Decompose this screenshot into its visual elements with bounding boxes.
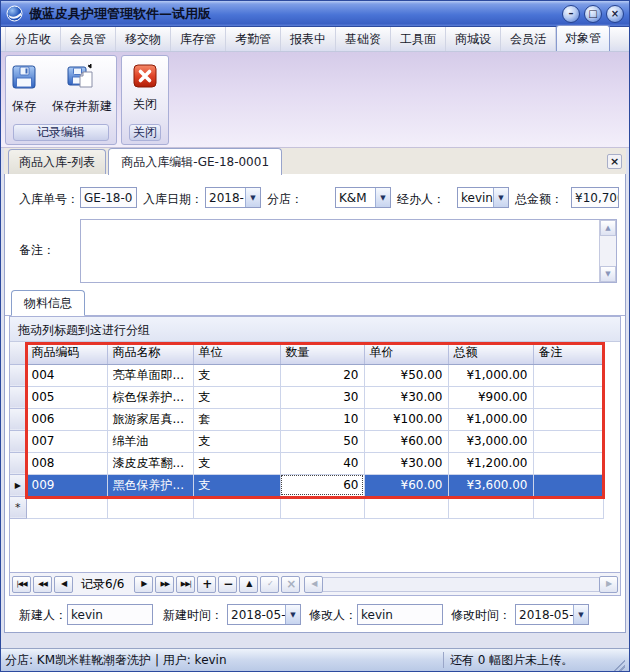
app-window: 傲蓝皮具护理管理软件—试用版 – □ × 分店收 会员管 移交物 库存管 考勤管…: [0, 0, 630, 672]
resize-grip[interactable]: [612, 658, 625, 671]
creator-field[interactable]: kevin: [67, 604, 153, 625]
nav-first-button[interactable]: |◀◀: [12, 576, 31, 593]
ribbon-group-caption: 关闭: [129, 124, 161, 141]
minimize-button[interactable]: –: [562, 5, 580, 23]
items-grid-panel: 拖动列标题到这进行分组 商品编码 商品名称 单位 数量: [9, 316, 621, 573]
save-and-new-button-label: 保存并新建: [52, 98, 112, 115]
chevron-down-icon[interactable]: ▼: [285, 605, 300, 624]
nav-cancel-button[interactable]: ×: [281, 576, 300, 593]
table-row-selected[interactable]: ▶ 009 黑色保养护... 支 60 ¥60.00 ¥3,600.00: [10, 474, 603, 496]
document-tab-strip: 商品入库-列表 商品入库编辑-GE-18-0001 ×: [4, 148, 626, 174]
scroll-up-icon[interactable]: ▲: [600, 220, 616, 236]
tab-inbound-list[interactable]: 商品入库-列表: [8, 149, 106, 174]
scroll-left-icon[interactable]: ◀: [304, 576, 323, 593]
column-header[interactable]: 商品编码: [26, 342, 107, 364]
edit-page: 入库单号： GE-18-0 入库日期： 2018- ▼ 分店： K&M ▼ 经办…: [4, 173, 626, 633]
nav-prev-page-button[interactable]: ◀◀: [33, 576, 52, 593]
modified-time-dropdown[interactable]: 2018-05-2 ▼: [515, 604, 589, 625]
column-header[interactable]: 商品名称: [107, 342, 193, 364]
table-row[interactable]: 006 旅游家居真... 套 10 ¥100.00 ¥1,000.00: [10, 408, 603, 430]
app-logo-icon: [6, 5, 23, 22]
focused-cell[interactable]: 60: [280, 474, 364, 496]
modifier-field[interactable]: kevin: [357, 604, 443, 625]
column-header[interactable]: 数量: [280, 342, 364, 364]
created-time-dropdown[interactable]: 2018-05-2 ▼: [227, 604, 301, 625]
column-header[interactable]: 备注: [533, 342, 603, 364]
branch-dropdown[interactable]: K&M ▼: [335, 187, 391, 208]
nav-delete-button[interactable]: −: [218, 576, 237, 593]
save-button[interactable]: 保存: [4, 59, 44, 117]
menu-tab[interactable]: 考勤管: [226, 27, 281, 51]
maximize-button[interactable]: □: [584, 5, 602, 23]
handler-dropdown[interactable]: kevin ▼: [457, 187, 509, 208]
created-time-label: 新建时间：: [163, 607, 223, 624]
status-branch-user: 分店: KM凯米鞋靴潮奢洗护 | 用户: kevin: [5, 652, 437, 669]
form-header: 入库单号： GE-18-0 入库日期： 2018- ▼ 分店： K&M ▼ 经办…: [5, 174, 625, 292]
tab-inbound-edit[interactable]: 商品入库编辑-GE-18-0001: [108, 148, 282, 175]
floppy-disk-icon: [10, 63, 38, 94]
table-row[interactable]: 005 棕色保养护... 支 30 ¥30.00 ¥900.00: [10, 386, 603, 408]
close-button[interactable]: ×: [606, 5, 624, 23]
note-textarea[interactable]: ▲ ▼: [80, 219, 617, 283]
column-header[interactable]: 单位: [193, 342, 280, 364]
menu-tab[interactable]: 移交物: [116, 27, 171, 51]
ribbon-group-close: 关闭 关闭: [121, 55, 169, 145]
order-no-label: 入库单号：: [19, 191, 79, 208]
note-scrollbar[interactable]: ▲ ▼: [599, 220, 616, 282]
save-and-new-button[interactable]: 保存并新建: [46, 59, 118, 117]
creator-label: 新建人：: [19, 607, 67, 624]
window-title: 傲蓝皮具护理管理软件—试用版: [29, 5, 562, 23]
row-pointer-icon: ▶: [10, 474, 26, 496]
save-button-label: 保存: [12, 98, 36, 115]
tab-close-icon[interactable]: ×: [607, 154, 622, 169]
grid-horizontal-scrollbar[interactable]: ◀ ▶: [304, 576, 618, 593]
nav-next-button[interactable]: ▶: [134, 576, 153, 593]
header-row: 商品编码 商品名称 单位 数量 单价 总额 备注: [10, 342, 603, 364]
modifier-label: 修改人：: [309, 607, 357, 624]
close-form-button[interactable]: 关闭: [126, 59, 164, 115]
nav-add-button[interactable]: +: [197, 576, 216, 593]
chevron-down-icon[interactable]: ▼: [245, 188, 260, 207]
menu-tab[interactable]: 会员管: [61, 27, 116, 51]
red-x-icon: [132, 63, 158, 92]
new-row[interactable]: *: [10, 496, 603, 518]
nav-last-button[interactable]: ▶▶|: [176, 576, 195, 593]
chevron-down-icon[interactable]: ▼: [493, 188, 508, 207]
scroll-down-icon[interactable]: ▼: [600, 266, 616, 282]
record-navigator: |◀◀ ◀◀ ◀ 记录6/6 ▶ ▶▶ ▶▶| + − ▲ ✓ × ◀ ▶: [9, 573, 621, 596]
floppy-disk-new-icon: [67, 63, 97, 94]
audit-fields: 新建人： kevin 新建时间： 2018-05-2 ▼ 修改人： kevin …: [5, 596, 625, 632]
modified-time-label: 修改时间：: [451, 607, 511, 624]
date-dropdown[interactable]: 2018- ▼: [205, 187, 261, 208]
chevron-down-icon[interactable]: ▼: [375, 188, 390, 207]
nav-edit-button[interactable]: ▲: [239, 576, 258, 593]
indicator-corner: [10, 342, 26, 364]
nav-post-button[interactable]: ✓: [260, 576, 279, 593]
tab-material-info[interactable]: 物料信息: [11, 290, 85, 316]
workspace: 商品入库-列表 商品入库编辑-GE-18-0001 × 入库单号： GE-18-…: [1, 148, 629, 648]
new-row-marker: *: [10, 496, 26, 518]
amount-field[interactable]: ¥10,700: [571, 187, 619, 208]
menu-tab[interactable]: 商城设: [446, 27, 501, 51]
nav-next-page-button[interactable]: ▶▶: [155, 576, 174, 593]
menu-tab[interactable]: 会员活: [501, 27, 556, 51]
menu-tab[interactable]: 基础资: [336, 27, 391, 51]
menu-tab[interactable]: 库存管: [171, 27, 226, 51]
material-tab-row: 物料信息: [5, 292, 625, 316]
table-row[interactable]: 008 漆皮皮革翻... 支 40 ¥30.00 ¥1,200.00: [10, 452, 603, 474]
nav-prev-button[interactable]: ◀: [54, 576, 73, 593]
column-header[interactable]: 总额: [448, 342, 533, 364]
menu-tab[interactable]: 分店收: [5, 27, 61, 51]
chevron-down-icon[interactable]: ▼: [573, 605, 588, 624]
column-header[interactable]: 单价: [364, 342, 448, 364]
table-row[interactable]: 004 亮革单面即... 支 20 ¥50.00 ¥1,000.00: [10, 364, 603, 386]
menu-tab[interactable]: 报表中: [281, 27, 336, 51]
scroll-right-icon[interactable]: ▶: [599, 576, 618, 593]
items-table: 商品编码 商品名称 单位 数量 单价 总额 备注 004 亮革单面即...: [10, 342, 604, 519]
order-no-field[interactable]: GE-18-0: [80, 187, 137, 208]
menu-tab[interactable]: 工具面: [391, 27, 446, 51]
ribbon-group-record-edit: 保存 保存并新建 记录编: [5, 55, 117, 145]
date-label: 入库日期：: [143, 191, 203, 208]
menu-tab-active[interactable]: 对象管: [556, 25, 610, 51]
table-row[interactable]: 007 绵羊油 支 50 ¥60.00 ¥3,000.00: [10, 430, 603, 452]
